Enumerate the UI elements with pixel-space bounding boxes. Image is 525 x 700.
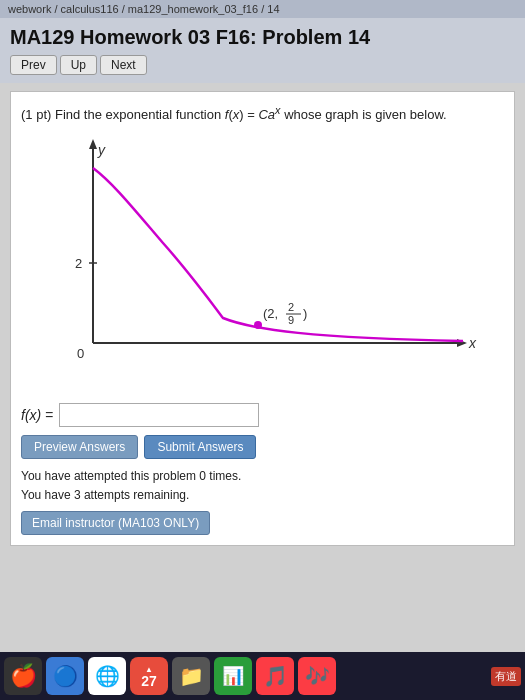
problem-suffix: whose graph is given below.: [284, 107, 447, 122]
svg-marker-1: [89, 139, 97, 149]
page-header: MA129 Homework 03 F16: Problem 14 Prev U…: [0, 18, 525, 83]
svg-text:x: x: [468, 335, 477, 351]
formula: f(x) = Cax: [225, 107, 284, 122]
svg-text:9: 9: [288, 314, 294, 326]
page-title: MA129 Homework 03 F16: Problem 14: [10, 26, 515, 49]
problem-box: (1 pt) Find the exponential function f(x…: [10, 91, 515, 546]
svg-text:(2,: (2,: [263, 306, 278, 321]
finder2-icon[interactable]: 📁: [172, 657, 210, 695]
attempt-line2: You have 3 attempts remaining.: [21, 486, 504, 505]
svg-text:0: 0: [77, 346, 84, 361]
calendar-icon[interactable]: ▲ 27: [130, 657, 168, 695]
chrome-icon[interactable]: 🌐: [88, 657, 126, 695]
finder-icon[interactable]: 🔵: [46, 657, 84, 695]
music-icon[interactable]: 🎵: [256, 657, 294, 695]
calendar-date: 27: [141, 674, 157, 688]
answer-input[interactable]: [59, 403, 259, 427]
attempt-line1: You have attempted this problem 0 times.: [21, 467, 504, 486]
input-row: f(x) =: [21, 403, 504, 427]
submit-answers-button[interactable]: Submit Answers: [144, 435, 256, 459]
problem-pts: (1 pt): [21, 107, 51, 122]
preview-answers-button[interactable]: Preview Answers: [21, 435, 138, 459]
input-label: f(x) =: [21, 407, 53, 423]
email-instructor-button[interactable]: Email instructor (MA103 ONLY): [21, 511, 210, 535]
svg-text:2: 2: [288, 301, 294, 313]
taskbar: 🍎 🔵 🌐 ▲ 27 📁 📊 🎵 🎶 有道: [0, 652, 525, 700]
prev-button[interactable]: Prev: [10, 55, 57, 75]
breadcrumb: webwork / calculus116 / ma129_homework_0…: [0, 0, 525, 18]
svg-text:y: y: [97, 142, 106, 158]
svg-point-9: [254, 321, 262, 329]
apple-icon[interactable]: 🍎: [4, 657, 42, 695]
next-button[interactable]: Next: [100, 55, 147, 75]
problem-desc: Find the exponential function: [55, 107, 221, 122]
excel-icon[interactable]: 📊: [214, 657, 252, 695]
attempt-info: You have attempted this problem 0 times.…: [21, 467, 504, 505]
corner-text[interactable]: 有道: [491, 667, 521, 686]
up-button[interactable]: Up: [60, 55, 97, 75]
svg-text:2: 2: [75, 256, 82, 271]
itunes-icon[interactable]: 🎶: [298, 657, 336, 695]
breadcrumb-text: webwork / calculus116 / ma129_homework_0…: [8, 3, 280, 15]
svg-text:): ): [303, 306, 307, 321]
graph-svg: y x 2 0 (2, 2 9 ): [33, 133, 493, 393]
problem-text: (1 pt) Find the exponential function f(x…: [21, 102, 504, 125]
action-buttons: Preview Answers Submit Answers: [21, 435, 504, 459]
nav-buttons: Prev Up Next: [10, 55, 515, 75]
graph-container: y x 2 0 (2, 2 9 ): [33, 133, 493, 393]
